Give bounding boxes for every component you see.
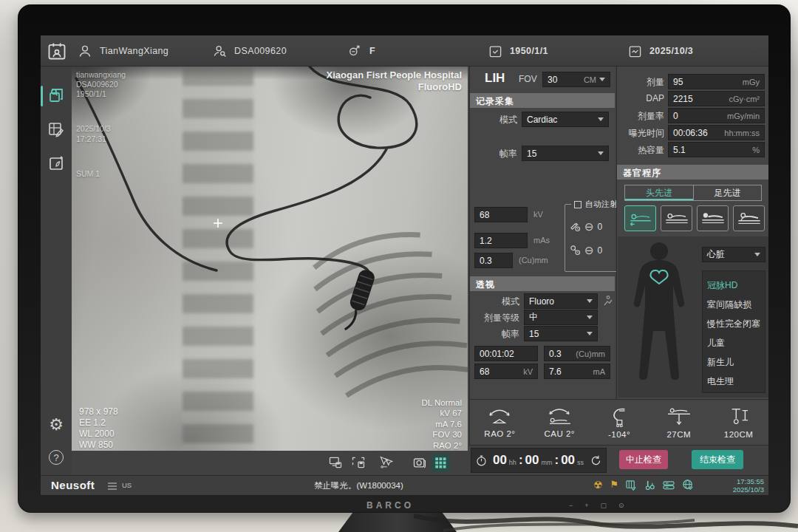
network-status-icon[interactable] (682, 479, 694, 491)
patient-id-group: DSA009620 (212, 35, 287, 66)
sidebar-item-patient-select[interactable] (47, 86, 66, 105)
fluoro-dose-label: 剂量等级 (484, 312, 519, 324)
exam-timer: 00 hh : 00 mm : 00 ss (471, 448, 607, 473)
body-silhouette[interactable] (621, 239, 698, 396)
sidebar-item-worklist-edit[interactable] (47, 120, 66, 139)
fluoro-dose-dropdown[interactable]: 中 (524, 310, 598, 325)
fluoro-cu-field: 0.3(Cu)mm (544, 346, 610, 361)
dose-row: 热容量 5.1% (617, 142, 768, 157)
chevron-down-icon (598, 151, 604, 155)
save-frame-button[interactable] (349, 453, 368, 472)
warning-message: 禁止曝光。(W1800034) (314, 480, 403, 491)
tab-feet-first[interactable]: 足先进 (693, 185, 761, 200)
timer-seconds: 00 (561, 453, 575, 468)
procedure-item[interactable]: 电生理 (707, 372, 760, 391)
procedure-item[interactable]: 儿童 (707, 333, 760, 352)
lih-label: LIH (485, 71, 505, 86)
indicator-table-height: 27CM (649, 400, 709, 445)
position-button-supine-head-left[interactable] (624, 205, 656, 231)
top-bar: TianWangXiang DSA009620 (41, 35, 768, 66)
fluoro-fps-label: 帧率 (502, 328, 519, 341)
flag-disabled-icon[interactable]: ⚑ (610, 480, 619, 490)
fluoro-image-viewport[interactable]: tianwangxiang DSA009620 1950/1/1 2025/10… (72, 66, 468, 451)
record-mode-dropdown[interactable]: Cardiac (522, 112, 609, 127)
abort-exam-button[interactable]: 中止检查 (619, 450, 668, 469)
save-screen-button[interactable] (326, 453, 345, 472)
acquisition-panel: LIH FOV 30 CM 记录采集 模式 Cardiac 帧率 15 68 (469, 66, 615, 399)
brightness-down-button[interactable]: − (569, 502, 573, 509)
record-mas-field: 1.2 (474, 233, 528, 248)
calendar-person-icon (47, 41, 67, 61)
rao-rotation-icon (484, 407, 515, 426)
power-button[interactable]: ⊙ (618, 502, 624, 509)
gantry-indicators: RAO 2° CAU 2° (469, 399, 768, 445)
cau-rotation-icon (544, 407, 575, 426)
chevron-down-icon (587, 332, 593, 335)
overlay-patient-info: tianwangxiang DSA009620 1950/1/1 2025/10… (76, 70, 126, 179)
exam-date-group: 2025/10/3 (628, 35, 693, 66)
layout-grid-button[interactable] (431, 453, 450, 472)
brightness-up-button[interactable]: + (584, 502, 588, 509)
procedure-item[interactable]: 室间隔缺损 (707, 295, 760, 314)
application-screen: TianWangXiang DSA009620 (41, 35, 768, 495)
osd-menu-button[interactable]: ▢ (601, 502, 607, 509)
hospital-name: Xiaogan Fisrt People Hospital (327, 69, 462, 81)
language-label[interactable]: US (122, 481, 132, 489)
fluoro-fps-dropdown[interactable]: 15 (524, 326, 598, 341)
procedure-item[interactable]: 慢性完全闭塞 (707, 314, 760, 333)
detector-status-icon[interactable] (626, 480, 637, 491)
fluoro-lock-icon[interactable] (601, 295, 613, 307)
timer-reset-icon[interactable] (590, 454, 602, 467)
body-region-dropdown[interactable]: 心脏 (702, 247, 765, 262)
position-button-head-elevated[interactable] (697, 205, 729, 231)
position-button-lateral[interactable] (733, 205, 765, 231)
dose-row: 曝光时间 00:06:36hh:mm:ss (617, 125, 768, 140)
dose-field: 95mGy (668, 74, 765, 89)
system-date: 2025/10/3 (733, 485, 764, 494)
record-mas-unit: mAs (533, 236, 550, 245)
calendar-check-icon (488, 44, 502, 58)
end-exam-button[interactable]: 结束检查 (692, 450, 743, 469)
sidebar: ⚙ ? (41, 66, 72, 495)
birth-date: 1950/1/1 (510, 46, 548, 56)
auto-inject-checkbox[interactable] (574, 201, 582, 208)
status-bar: Neusoft US 禁止曝光。(W1800034) ☢ ⚑ (41, 475, 768, 495)
system-tray: ☢ ⚑ (593, 479, 694, 491)
pointer-tools-button[interactable] (376, 453, 395, 472)
fluoro-section-header: 透视 (470, 276, 615, 291)
overlay-image-params: 978 x 978 EE 1.2 WL 2000 WW 850 (79, 406, 118, 451)
fov-dropdown[interactable]: 30 CM (542, 72, 610, 87)
patient-select-icon (47, 86, 65, 104)
patient-schedule-button[interactable] (47, 35, 67, 66)
menu-icon[interactable] (107, 482, 117, 491)
fluoro-kv-field: 68kV (474, 364, 538, 379)
bed-position-icon (700, 211, 726, 227)
flush-delay-minus-button[interactable]: ⊖ (584, 245, 594, 256)
sidebar-item-help[interactable]: ? (47, 448, 66, 467)
fluoro-mode-dropdown[interactable]: Fluoro (524, 293, 598, 309)
patient-name-group: TianWangXiang (78, 35, 168, 66)
procedure-item[interactable]: 冠脉HD (707, 276, 760, 295)
generator-status-icon[interactable] (663, 480, 675, 491)
inject-delay-minus-button[interactable]: ⊖ (584, 221, 594, 232)
tab-head-first[interactable]: 头先进 (625, 185, 693, 200)
sidebar-item-settings[interactable]: ⚙ (47, 415, 66, 434)
camera-capture-button[interactable] (410, 453, 429, 472)
dose-field: 5.1% (668, 142, 765, 157)
temperature-status-icon[interactable] (644, 480, 655, 491)
sidebar-active-indicator (41, 86, 43, 106)
sidebar-item-image-gallery[interactable] (47, 154, 66, 173)
desk-cables (414, 510, 798, 532)
overlay-hospital: Xiaogan Fisrt People Hospital FluoroHD (327, 69, 462, 94)
chevron-down-icon (599, 78, 605, 81)
record-section-header: 记录采集 (470, 93, 615, 108)
search-person-icon (212, 44, 227, 58)
radiation-warning-icon[interactable]: ☢ (593, 480, 603, 490)
record-fps-dropdown[interactable]: 15 (522, 146, 609, 161)
chevron-down-icon (587, 316, 593, 319)
monitor-bezel: TianWangXiang DSA009620 (18, 4, 791, 513)
procedure-item[interactable]: 新生儿 (707, 352, 760, 372)
gender-value: F (369, 46, 375, 56)
position-button-supine-table[interactable] (661, 205, 692, 231)
system-clock: 17:35:55 2025/10/3 (733, 477, 764, 494)
